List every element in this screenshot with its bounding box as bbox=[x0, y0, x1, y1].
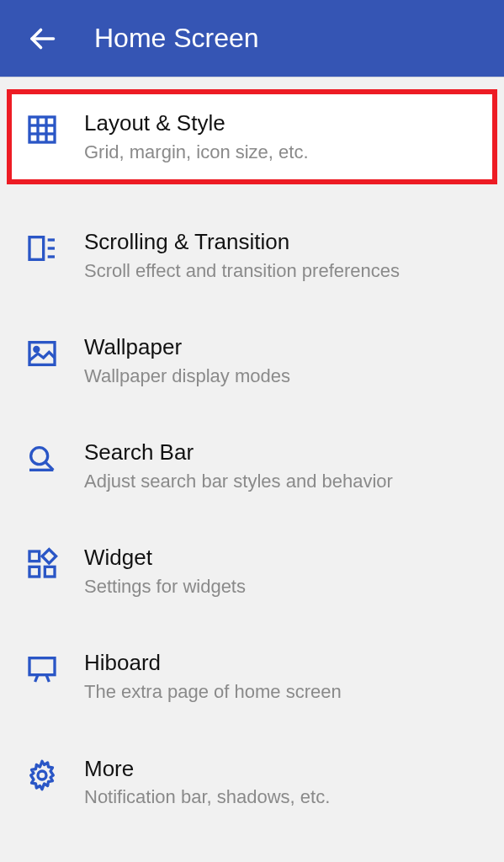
scroll-icon bbox=[24, 230, 61, 267]
svg-rect-18 bbox=[42, 550, 56, 563]
svg-point-12 bbox=[31, 448, 48, 465]
gear-icon bbox=[24, 757, 61, 794]
item-title: Layout & Style bbox=[84, 109, 480, 137]
image-icon bbox=[24, 335, 61, 372]
item-subtitle: Adjust search bar styles and behavior bbox=[84, 470, 480, 494]
item-text: Hiboard The extra page of home screen bbox=[84, 649, 480, 704]
back-button[interactable] bbox=[27, 24, 57, 54]
item-subtitle: The extra page of home screen bbox=[84, 680, 480, 705]
item-title: Scrolling & Transition bbox=[84, 228, 480, 256]
widgets-icon bbox=[24, 545, 61, 583]
svg-rect-6 bbox=[29, 237, 44, 260]
svg-point-11 bbox=[34, 348, 39, 352]
svg-rect-19 bbox=[29, 658, 55, 675]
item-title: Widget bbox=[84, 544, 480, 572]
item-subtitle: Wallpaper display modes bbox=[84, 364, 480, 389]
list-item-hiboard[interactable]: Hiboard The extra page of home screen bbox=[0, 624, 504, 729]
item-title: Hiboard bbox=[84, 649, 480, 677]
item-text: Scrolling & Transition Scroll effect and… bbox=[84, 228, 480, 283]
board-icon bbox=[24, 651, 61, 688]
item-subtitle: Notification bar, shadows, etc. bbox=[84, 785, 480, 810]
item-text: Widget Settings for widgets bbox=[84, 544, 480, 599]
svg-rect-15 bbox=[29, 551, 40, 561]
item-title: Search Bar bbox=[84, 439, 480, 466]
list-item-scrolling[interactable]: Scrolling & Transition Scroll effect and… bbox=[0, 203, 504, 308]
page-title: Home Screen bbox=[94, 23, 259, 54]
svg-rect-1 bbox=[29, 117, 55, 142]
list-item-search-bar[interactable]: Search Bar Adjust search bar styles and … bbox=[0, 413, 504, 519]
grid-icon bbox=[24, 111, 61, 148]
settings-list: Layout & Style Grid, margin, icon size, … bbox=[0, 77, 504, 835]
item-subtitle: Settings for widgets bbox=[84, 575, 480, 599]
item-text: Wallpaper Wallpaper display modes bbox=[84, 333, 480, 388]
item-title: Wallpaper bbox=[84, 333, 480, 361]
item-subtitle: Scroll effect and transition preferences bbox=[84, 259, 480, 284]
item-title: More bbox=[84, 755, 480, 783]
svg-rect-17 bbox=[45, 567, 55, 577]
item-text: Search Bar Adjust search bar styles and … bbox=[84, 439, 480, 493]
arrow-left-icon bbox=[27, 24, 57, 54]
svg-point-22 bbox=[38, 771, 46, 780]
search-icon bbox=[24, 440, 61, 477]
item-text: Layout & Style Grid, margin, icon size, … bbox=[84, 109, 480, 164]
list-item-layout-style[interactable]: Layout & Style Grid, margin, icon size, … bbox=[7, 89, 497, 184]
list-item-wallpaper[interactable]: Wallpaper Wallpaper display modes bbox=[0, 308, 504, 413]
svg-rect-16 bbox=[29, 567, 40, 577]
item-text: More Notification bar, shadows, etc. bbox=[84, 755, 480, 810]
list-item-more[interactable]: More Notification bar, shadows, etc. bbox=[0, 730, 504, 835]
list-item-widget[interactable]: Widget Settings for widgets bbox=[0, 519, 504, 624]
app-bar: Home Screen bbox=[0, 0, 504, 77]
item-subtitle: Grid, margin, icon size, etc. bbox=[84, 141, 480, 165]
